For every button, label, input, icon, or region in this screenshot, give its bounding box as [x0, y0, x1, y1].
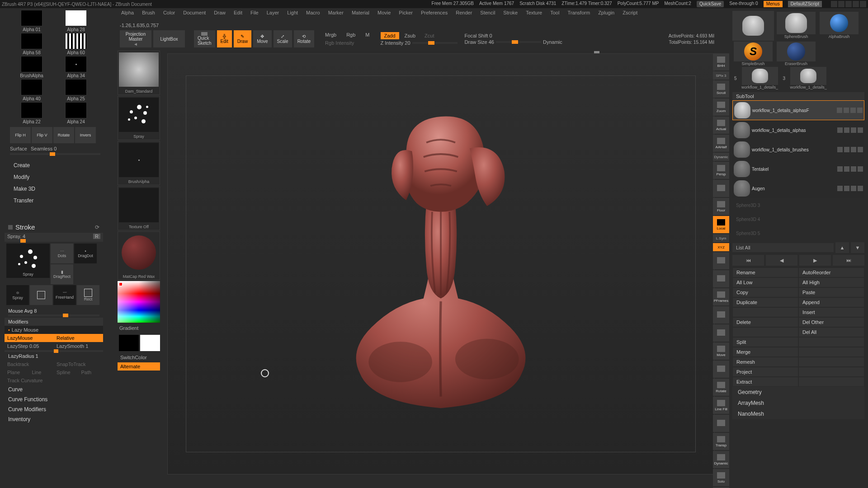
arraymesh-section[interactable]: ArrayMesh: [732, 398, 864, 408]
backtrack-toggle[interactable]: Backtrack: [5, 360, 54, 368]
subtool-action-copy[interactable]: Copy: [732, 287, 798, 297]
stroke-picker[interactable]: Spray: [118, 96, 160, 140]
subtool-item[interactable]: workflow_1_details_alphasF: [732, 100, 864, 120]
nav-blank[interactable]: [713, 324, 729, 342]
stroke-spray2-icon[interactable]: ፨Spray: [6, 285, 29, 305]
nanomesh-section[interactable]: NanoMesh: [732, 408, 864, 419]
rgb-intensity-slider[interactable]: Rgb Intensity: [321, 39, 373, 47]
flip-h-button[interactable]: Flip H: [10, 127, 31, 143]
stroke-current[interactable]: Spray. 4: [7, 234, 25, 239]
move-button[interactable]: ✥Move: [253, 30, 271, 47]
min-icon[interactable]: [831, 1, 837, 7]
alpha-swatch[interactable]: [21, 56, 42, 72]
projection-master-button[interactable]: Projection Master◄: [120, 30, 151, 47]
subtool-action-paste[interactable]: Paste: [798, 287, 864, 297]
brush-picker[interactable]: Dam_Standard: [118, 51, 160, 95]
mouse-avg-slider[interactable]: Mouse Avg 8: [8, 308, 37, 314]
subtool-action-delete[interactable]: Delete: [732, 317, 798, 327]
stroke-rect-icon[interactable]: Rect: [77, 285, 99, 305]
stroke-dragrect-icon[interactable]: ▮DragRect: [51, 264, 73, 284]
subtool-action-all-high[interactable]: All High: [798, 277, 864, 287]
nav-first-icon[interactable]: ⏮: [732, 255, 764, 266]
zsub-toggle[interactable]: Zsub: [401, 32, 419, 39]
alpha-swatch[interactable]: [65, 79, 87, 95]
curve-section[interactable]: Curve: [5, 385, 103, 394]
subtool-action-all-low[interactable]: All Low: [732, 277, 798, 287]
rotate-button[interactable]: Rotate: [53, 127, 74, 143]
nav-transp[interactable]: Transp: [713, 433, 729, 450]
close-icon[interactable]: [860, 1, 866, 7]
transfer-menu[interactable]: Transfer: [10, 195, 100, 206]
m-toggle[interactable]: M: [362, 31, 373, 38]
nav-persp[interactable]: Persp: [713, 162, 729, 179]
alpha-picker[interactable]: BrushAlpha: [118, 141, 160, 185]
lazysmooth-slider[interactable]: LazySmooth 1: [54, 342, 103, 350]
menu-edit[interactable]: Edit: [230, 9, 246, 16]
nav-aahalf[interactable]: AAHalf: [713, 135, 729, 152]
subtool-action-del-other[interactable]: Del Other: [798, 317, 864, 327]
menu-document[interactable]: Document: [179, 9, 209, 16]
subtool-action-remesh[interactable]: Remesh: [732, 357, 798, 367]
lazyradius-slider[interactable]: LazyRadius 1: [5, 352, 103, 360]
scale-button[interactable]: ⤢Scale: [274, 30, 292, 47]
tool-eraser-thumb[interactable]: [777, 42, 816, 61]
nav-blank[interactable]: [713, 180, 729, 197]
menu-texture[interactable]: Texture: [522, 9, 546, 16]
alpha-swatch[interactable]: [21, 10, 42, 26]
tool-slider-left[interactable]: 5: [732, 75, 739, 82]
nav-blank[interactable]: [713, 270, 729, 287]
menu-macro[interactable]: Macro: [302, 9, 324, 16]
stroke-dragdot-icon[interactable]: •DragDot: [74, 244, 97, 263]
nav-local[interactable]: Local: [713, 216, 729, 233]
menu-movie[interactable]: Movie: [374, 9, 394, 16]
tool-wf1-thumb[interactable]: [742, 67, 778, 85]
track-path[interactable]: Path: [79, 368, 104, 376]
geometry-section[interactable]: Geometry: [732, 387, 864, 398]
subtool-action-merge[interactable]: Merge: [732, 347, 798, 357]
tool-sphere-thumb[interactable]: [777, 12, 816, 34]
replay-button[interactable]: R: [93, 234, 100, 239]
max-icon[interactable]: [838, 1, 844, 7]
move-up-icon[interactable]: ▲: [835, 242, 849, 253]
alpha-swatch[interactable]: [65, 102, 87, 118]
menu-brush[interactable]: Brush: [138, 9, 159, 16]
subtool-item[interactable]: Sphere3D 5: [732, 226, 864, 240]
move-down-icon[interactable]: ▼: [851, 242, 864, 253]
lazy-mouse-section[interactable]: Lazy Mouse: [12, 327, 38, 333]
nav-move[interactable]: Move: [713, 343, 729, 360]
quicksave-button[interactable]: QuickSave: [697, 1, 724, 7]
quicksketch-button[interactable]: Quick Sketch: [194, 30, 215, 47]
switch-color-button[interactable]: SwitchColor: [118, 353, 163, 361]
nav-blank[interactable]: [713, 361, 729, 378]
inverse-button[interactable]: Invers: [75, 127, 96, 143]
menu-zscript[interactable]: Zscript: [619, 9, 641, 16]
create-menu[interactable]: Create: [10, 160, 100, 171]
draw-button[interactable]: ✎Draw: [234, 30, 251, 47]
stroke-freehand-icon[interactable]: 〰FreeHand: [53, 285, 76, 305]
secondary-color-swatch[interactable]: [119, 335, 139, 351]
subtool-item[interactable]: Tentakel: [732, 160, 864, 178]
subtool-item[interactable]: workflow_1_details_brushes: [732, 140, 864, 159]
menu-marker[interactable]: Marker: [325, 9, 347, 16]
lazymouse-toggle[interactable]: LazyMouse: [5, 334, 54, 342]
modify-menu[interactable]: Modify: [10, 171, 100, 183]
alpha-swatch[interactable]: [21, 33, 42, 49]
nav-line-fill[interactable]: Line Fill: [713, 397, 729, 414]
track-plane[interactable]: Plane: [5, 368, 29, 376]
draw-size-slider[interactable]: Draw Size 46: [465, 39, 494, 45]
subtool-item[interactable]: Sphere3D 4: [732, 212, 864, 226]
nav-rotate[interactable]: Rotate: [713, 379, 729, 396]
nav-spix-3[interactable]: SPix 3: [713, 71, 729, 80]
curve-functions-section[interactable]: Curve Functions: [5, 394, 103, 404]
subtool-action-extract[interactable]: Extract: [732, 377, 798, 387]
menu-stencil[interactable]: Stencil: [476, 9, 499, 16]
tool-wf2-thumb[interactable]: [790, 67, 826, 85]
nav-zoom[interactable]: Zoom: [713, 99, 729, 116]
nav-blank[interactable]: [713, 252, 729, 269]
pin-icon[interactable]: [8, 225, 13, 230]
subtool-action-autoreorder[interactable]: AutoReorder: [798, 267, 864, 277]
z-intensity-slider[interactable]: Z Intensity 20: [381, 40, 410, 46]
nav-scroll[interactable]: Scroll: [713, 80, 729, 98]
menu-render[interactable]: Render: [452, 9, 476, 16]
subtool-action-del-all[interactable]: Del All: [798, 327, 864, 337]
